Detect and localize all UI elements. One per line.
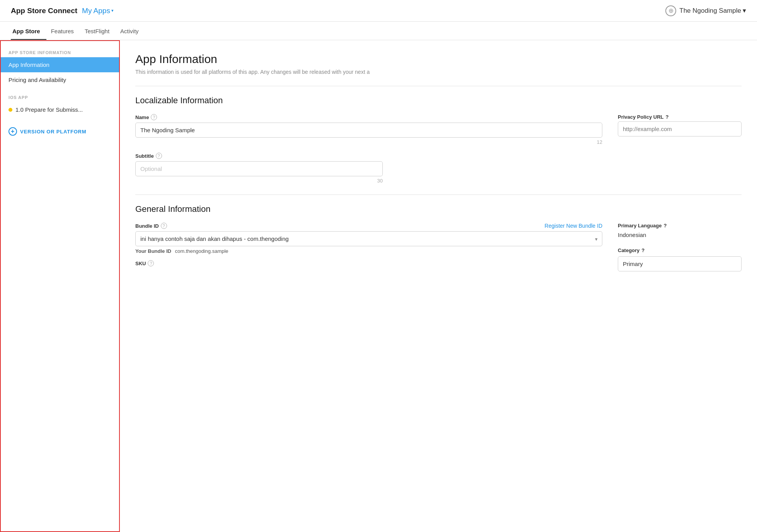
sidebar-divider bbox=[1, 87, 119, 92]
localizable-section-heading: Localizable Information bbox=[135, 95, 742, 106]
privacy-input[interactable] bbox=[618, 121, 742, 136]
subtitle-help-icon[interactable]: ? bbox=[156, 153, 162, 159]
privacy-help-icon[interactable]: ? bbox=[666, 114, 669, 120]
bundle-id-help-icon[interactable]: ? bbox=[161, 223, 167, 229]
register-bundle-link[interactable]: Register New Bundle ID bbox=[545, 223, 602, 229]
subtitle-label: Subtitle ? bbox=[135, 153, 383, 159]
subtitle-field-group: Subtitle ? 30 bbox=[135, 153, 383, 184]
primary-language-help-icon[interactable]: ? bbox=[663, 223, 667, 228]
bundle-primary-row: Bundle ID ? Register New Bundle ID ini h… bbox=[135, 223, 742, 271]
category-group: Category ? bbox=[618, 247, 742, 271]
tab-bar: App Store Features TestFlight Activity bbox=[0, 22, 757, 40]
divider-2 bbox=[135, 194, 742, 195]
general-section-heading: General Information bbox=[135, 204, 742, 214]
my-apps-chevron: ▾ bbox=[111, 8, 114, 13]
sidebar-section-app-store: APP STORE INFORMATION bbox=[1, 47, 119, 57]
primary-language-group: Primary Language ? Indonesian Category ? bbox=[618, 223, 742, 271]
plus-circle-icon: + bbox=[9, 127, 17, 136]
primary-language-label: Primary Language ? bbox=[618, 223, 742, 228]
category-help-icon[interactable]: ? bbox=[641, 247, 644, 253]
name-help-icon[interactable]: ? bbox=[151, 114, 157, 120]
tab-testflight[interactable]: TestFlight bbox=[83, 28, 116, 40]
name-counter: 12 bbox=[135, 139, 602, 145]
sku-help-icon[interactable]: ? bbox=[148, 260, 154, 266]
page-subtitle: This information is used for all platfor… bbox=[135, 69, 742, 75]
name-label: Name ? bbox=[135, 114, 602, 120]
name-privacy-row: Name ? 12 Privacy Policy URL ? bbox=[135, 114, 742, 145]
my-apps-link[interactable]: My Apps ▾ bbox=[82, 7, 114, 15]
sidebar-item-app-information[interactable]: App Information bbox=[1, 57, 119, 72]
tab-features[interactable]: Features bbox=[49, 28, 80, 40]
sidebar-section-ios: IOS APP bbox=[1, 92, 119, 102]
bundle-id-select[interactable]: ini hanya contoh saja dan akan dihapus -… bbox=[135, 231, 602, 246]
status-dot-yellow bbox=[9, 108, 12, 112]
name-field-group: Name ? 12 bbox=[135, 114, 602, 145]
bundle-select-wrapper: ini hanya contoh saja dan akan dihapus -… bbox=[135, 231, 602, 246]
sidebar-item-pricing[interactable]: Pricing and Availability bbox=[1, 72, 119, 87]
bundle-id-group: Bundle ID ? Register New Bundle ID ini h… bbox=[135, 223, 602, 271]
sku-label: SKU ? bbox=[135, 260, 602, 266]
subtitle-input[interactable] bbox=[135, 161, 383, 176]
tab-activity[interactable]: Activity bbox=[119, 28, 145, 40]
sidebar-item-prepare[interactable]: 1.0 Prepare for Submiss... bbox=[1, 102, 119, 117]
selected-app-name: The Ngoding Sample ▾ bbox=[679, 7, 746, 15]
primary-language-value: Indonesian bbox=[618, 230, 742, 240]
divider-1 bbox=[135, 86, 742, 86]
category-label: Category ? bbox=[618, 247, 742, 253]
privacy-field-group: Privacy Policy URL ? bbox=[618, 114, 742, 145]
tab-app-store[interactable]: App Store bbox=[11, 28, 46, 40]
page-title: App Information bbox=[135, 53, 742, 66]
bundle-id-hint: Your Bundle ID com.thengoding.sample bbox=[135, 248, 602, 254]
main-layout: APP STORE INFORMATION App Information Pr… bbox=[0, 40, 757, 532]
bundle-id-label-row: Bundle ID ? Register New Bundle ID bbox=[135, 223, 602, 229]
subtitle-counter: 30 bbox=[135, 178, 383, 184]
content-area: App Information This information is used… bbox=[120, 40, 757, 532]
add-version-button[interactable]: + VERSION OR PLATFORM bbox=[1, 122, 119, 141]
sidebar-divider-2 bbox=[1, 117, 119, 122]
brand-title: App Store Connect bbox=[11, 7, 77, 15]
app-name-selector[interactable]: ⊕ The Ngoding Sample ▾ bbox=[665, 5, 746, 16]
sidebar: APP STORE INFORMATION App Information Pr… bbox=[0, 40, 120, 532]
top-bar: App Store Connect My Apps ▾ ⊕ The Ngodin… bbox=[0, 0, 757, 22]
category-input[interactable] bbox=[618, 256, 742, 271]
top-bar-left: App Store Connect My Apps ▾ bbox=[11, 7, 114, 15]
sku-group: SKU ? bbox=[135, 260, 602, 266]
name-input[interactable] bbox=[135, 123, 602, 138]
bundle-id-label: Bundle ID ? bbox=[135, 223, 167, 229]
privacy-label: Privacy Policy URL ? bbox=[618, 114, 742, 120]
globe-icon: ⊕ bbox=[665, 5, 676, 16]
